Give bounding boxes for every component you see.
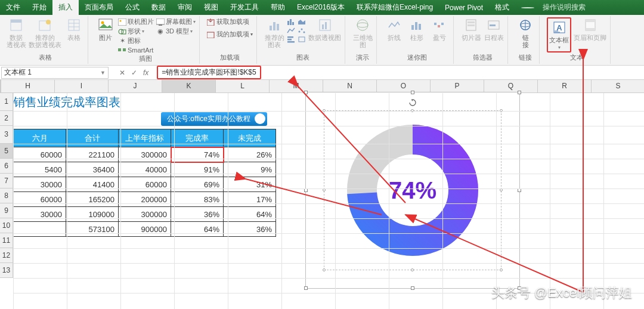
icons-button[interactable]: ✶图标: [118, 36, 154, 45]
grid[interactable]: 销售业绩完成率图表 公众号:office实用办公教程 六月合计上半年指标完成率未…: [13, 93, 644, 309]
svg-rect-48: [490, 24, 496, 26]
col-L[interactable]: L: [216, 80, 270, 93]
worksheet[interactable]: 1235678910111213 销售业绩完成率图表 公众号:office实用办…: [0, 93, 644, 309]
group-links: 链接 链接: [512, 16, 540, 64]
screenshot-button[interactable]: 屏幕截图▾: [156, 17, 196, 26]
row-1[interactable]: 1: [0, 93, 13, 111]
dropdown-icon: ▼: [100, 70, 106, 76]
menu-devtools[interactable]: 开发工具: [224, 0, 265, 15]
chart-col-button[interactable]: [287, 17, 295, 26]
recommend-pivot-button[interactable]: 推荐的数据透视表: [29, 17, 61, 48]
menu-file[interactable]: 文件: [0, 0, 26, 15]
col-I[interactable]: I: [55, 80, 109, 93]
col-H[interactable]: H: [1, 80, 55, 93]
pivottable-button[interactable]: 数据透视表: [6, 17, 26, 48]
ribbon: 数据透视表 推荐的数据透视表 表格 表格 图片 联机图片 形状▾ ✶图标 Sma…: [0, 15, 644, 66]
group-text: A文本框▾ 页眉和页脚 文本: [543, 16, 611, 64]
row-10[interactable]: 10: [0, 218, 13, 233]
recommend-chart-button[interactable]: 推荐的图表: [264, 17, 284, 48]
svg-rect-10: [118, 18, 126, 26]
menu-formulas[interactable]: 公式: [119, 0, 145, 15]
shapes-button[interactable]: 形状▾: [118, 27, 154, 36]
col-P[interactable]: P: [431, 80, 484, 93]
my-addin-button[interactable]: 我的加载项▾: [207, 30, 253, 39]
col-K[interactable]: K: [162, 80, 216, 93]
fx-icon[interactable]: fx: [143, 69, 148, 77]
row-13[interactable]: 13: [0, 263, 13, 278]
select-all-corner[interactable]: [0, 80, 1, 93]
chart-object[interactable]: 74%: [305, 92, 520, 289]
col-J[interactable]: J: [109, 80, 162, 93]
svg-rect-16: [156, 18, 165, 24]
chart-area-button[interactable]: [298, 17, 306, 26]
chart-scatter-button[interactable]: [298, 26, 306, 35]
svg-rect-19: [207, 32, 214, 38]
row-2[interactable]: 2: [0, 111, 13, 126]
svg-rect-42: [438, 25, 440, 27]
row-11[interactable]: 11: [0, 233, 13, 248]
menu-data[interactable]: 数据: [145, 0, 172, 15]
svg-rect-34: [322, 24, 324, 29]
smartart-button[interactable]: SmartArt: [118, 46, 154, 54]
table-button[interactable]: 表格: [64, 17, 84, 41]
group-filters: 切片器 日程表 筛选器: [457, 16, 508, 64]
accept-icon[interactable]: ✓: [131, 69, 137, 77]
row-7[interactable]: 7: [0, 174, 13, 189]
pivotchart-button[interactable]: 数据透视图: [308, 17, 341, 41]
svg-rect-15: [123, 48, 126, 51]
menu-help[interactable]: 帮助: [265, 0, 291, 15]
slicer-button[interactable]: 切片器: [461, 17, 481, 41]
menu-format[interactable]: 格式: [489, 0, 515, 15]
formula-input[interactable]: =销售业绩完成率圆环图!$K$5: [153, 66, 644, 79]
chart-bar-button[interactable]: [287, 35, 295, 44]
3dmodel-button[interactable]: ◉3D 模型▾: [156, 27, 196, 36]
row-8[interactable]: 8: [0, 189, 13, 203]
menu-excel2016[interactable]: Excel2016版本: [291, 0, 351, 15]
svg-rect-39: [415, 22, 417, 30]
col-O[interactable]: O: [377, 80, 431, 93]
3dmap-button[interactable]: 三维地图: [352, 17, 373, 48]
col-Q[interactable]: Q: [484, 80, 538, 93]
menu-review[interactable]: 审阅: [172, 0, 198, 15]
row-6[interactable]: 6: [0, 159, 13, 174]
timeline-button[interactable]: 日程表: [484, 17, 504, 41]
spark-line-button[interactable]: 折线: [384, 17, 404, 41]
cancel-icon[interactable]: ✕: [119, 69, 125, 77]
link-button[interactable]: 链接: [515, 17, 535, 48]
menu-insert[interactable]: 插入: [52, 0, 79, 15]
spark-wl-button[interactable]: 盈亏: [429, 17, 450, 41]
spark-col-button[interactable]: 柱形: [407, 17, 427, 41]
chart-line-button[interactable]: [287, 26, 295, 35]
col-N[interactable]: N: [323, 80, 377, 93]
textbox-button[interactable]: A文本框▾: [547, 17, 571, 52]
menu-wechat[interactable]: 联系萍姐微信Excel-ping: [351, 0, 439, 15]
name-box[interactable]: 文本框 1▼: [1, 67, 109, 79]
headerfooter-button[interactable]: 页眉和页脚: [574, 17, 606, 41]
online-pic-button[interactable]: 联机图片: [118, 17, 154, 26]
chart-surface-button[interactable]: [298, 35, 306, 44]
row-5[interactable]: 5: [0, 144, 13, 159]
svg-rect-58: [586, 28, 595, 30]
menu-pagelayout[interactable]: 页面布局: [79, 0, 119, 15]
menu-home[interactable]: 开始: [26, 0, 52, 15]
svg-point-11: [120, 20, 122, 21]
menu-powerpivot[interactable]: Power Pivot: [439, 0, 489, 15]
row-9[interactable]: 9: [0, 203, 13, 218]
bulb-icon: [521, 7, 534, 8]
tell-me[interactable]: 操作说明搜索: [515, 2, 592, 13]
row-3[interactable]: 3: [0, 126, 13, 144]
picture-button[interactable]: 图片: [95, 17, 116, 41]
group-charts: 推荐的图表 数据透视图 图表: [261, 16, 345, 64]
col-M[interactable]: M: [270, 80, 323, 93]
row-12[interactable]: 12: [0, 248, 13, 263]
col-S[interactable]: S: [592, 80, 644, 93]
svg-rect-8: [99, 19, 112, 30]
svg-rect-35: [325, 22, 327, 29]
col-R[interactable]: R: [538, 80, 592, 93]
group-tours: 三维地图 演示: [349, 16, 377, 64]
rotate-handle[interactable]: [409, 99, 416, 106]
watermark: 头条号 @Excel顾问萍姐: [491, 284, 632, 302]
menu-view[interactable]: 视图: [198, 0, 224, 15]
get-addin-button[interactable]: 获取加载项: [207, 17, 253, 26]
svg-rect-24: [290, 19, 292, 25]
